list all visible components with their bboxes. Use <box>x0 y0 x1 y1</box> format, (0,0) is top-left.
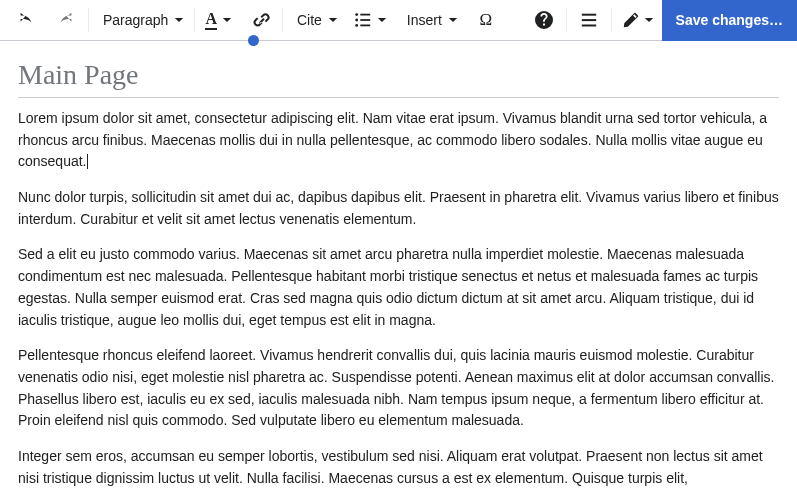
toolbar: Paragraph A Cite Insert <box>0 0 797 41</box>
page-options-button[interactable] <box>569 0 609 41</box>
svg-rect-7 <box>581 19 595 21</box>
pencil-icon <box>622 11 640 29</box>
undo-button[interactable] <box>6 0 46 41</box>
toolbar-slider-handle[interactable] <box>248 35 259 46</box>
save-changes-button[interactable]: Save changes… <box>662 0 797 41</box>
undo-icon <box>17 11 35 29</box>
chevron-down-icon <box>448 15 458 25</box>
format-dropdown[interactable]: Paragraph <box>91 0 192 41</box>
svg-rect-3 <box>360 19 370 21</box>
paragraph: Nunc dolor turpis, sollicitudin sit amet… <box>18 187 779 230</box>
special-character-button[interactable]: Ω <box>466 0 506 41</box>
chevron-down-icon <box>644 15 654 25</box>
chevron-down-icon <box>377 15 387 25</box>
save-changes-label: Save changes… <box>676 12 783 28</box>
format-dropdown-label: Paragraph <box>103 12 168 28</box>
cite-dropdown[interactable]: Cite <box>285 0 346 41</box>
link-button[interactable] <box>240 0 280 41</box>
text-style-dropdown[interactable]: A <box>197 0 240 41</box>
separator <box>566 8 567 32</box>
chevron-down-icon <box>174 15 184 25</box>
svg-rect-6 <box>581 14 595 16</box>
toolbar-slider-track <box>0 40 797 41</box>
chevron-down-icon <box>328 15 338 25</box>
paragraph: Sed a elit eu justo commodo varius. Maec… <box>18 244 779 331</box>
insert-dropdown[interactable]: Insert <box>395 0 466 41</box>
edit-mode-dropdown[interactable] <box>614 0 662 41</box>
editor-content[interactable]: Main Page Lorem ipsum dolor sit amet, co… <box>0 41 797 501</box>
page-title: Main Page <box>18 59 779 98</box>
svg-point-4 <box>355 24 358 27</box>
separator <box>88 8 89 32</box>
insert-dropdown-label: Insert <box>407 12 442 28</box>
paragraph: Lorem ipsum dolor sit amet, consectetur … <box>18 108 779 173</box>
omega-icon: Ω <box>480 10 493 30</box>
separator <box>194 8 195 32</box>
svg-rect-8 <box>581 25 595 27</box>
chevron-down-icon <box>222 15 232 25</box>
redo-icon <box>57 11 75 29</box>
hamburger-icon <box>580 11 598 29</box>
text-style-icon: A <box>205 11 217 30</box>
list-bullet-icon <box>354 11 372 29</box>
paragraph: Pellentesque rhoncus eleifend laoreet. V… <box>18 345 779 432</box>
text-cursor <box>87 154 88 169</box>
list-dropdown[interactable] <box>346 0 395 41</box>
svg-rect-1 <box>360 14 370 16</box>
help-button[interactable] <box>524 0 564 41</box>
link-icon <box>250 10 270 30</box>
paragraph: Integer sem eros, accumsan eu semper lob… <box>18 446 779 489</box>
redo-button[interactable] <box>46 0 86 41</box>
separator <box>611 8 612 32</box>
svg-point-0 <box>355 13 358 16</box>
svg-rect-5 <box>360 25 370 27</box>
svg-point-2 <box>355 19 358 22</box>
cite-dropdown-label: Cite <box>297 12 322 28</box>
separator <box>282 8 283 32</box>
help-icon <box>535 11 553 29</box>
